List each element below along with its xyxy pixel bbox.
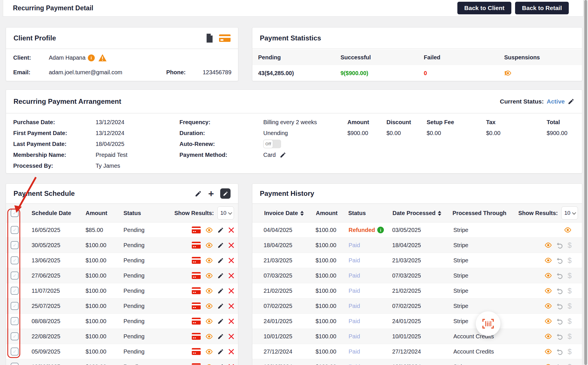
eye-icon[interactable] xyxy=(205,333,213,339)
row-checkbox[interactable] xyxy=(11,332,19,340)
document-icon[interactable] xyxy=(206,34,213,43)
delete-x-icon[interactable] xyxy=(228,364,234,365)
row-checkbox[interactable] xyxy=(11,348,19,356)
sort-icon[interactable] xyxy=(438,211,441,216)
edit-square-icon[interactable] xyxy=(220,188,231,199)
pencil-icon[interactable] xyxy=(217,288,224,294)
charge-card-icon[interactable] xyxy=(192,317,201,325)
charge-card-icon[interactable] xyxy=(192,348,201,355)
pencil-icon[interactable] xyxy=(217,348,224,355)
row-checkbox[interactable] xyxy=(11,256,19,264)
pencil-icon[interactable] xyxy=(217,333,224,340)
barcode-scan-button[interactable] xyxy=(476,311,500,336)
edit-payment-method-pencil-icon[interactable] xyxy=(280,152,286,158)
select-all-checkbox[interactable] xyxy=(11,209,19,217)
dollar-icon[interactable]: $ xyxy=(568,317,572,325)
pencil-icon[interactable] xyxy=(195,190,202,197)
charge-card-icon[interactable] xyxy=(192,241,201,249)
dollar-icon[interactable]: $ xyxy=(568,363,572,365)
edit-status-pencil-icon[interactable] xyxy=(568,98,575,105)
row-checkbox[interactable] xyxy=(11,287,19,295)
eye-icon[interactable] xyxy=(544,288,552,294)
dollar-icon[interactable]: $ xyxy=(568,256,572,265)
plus-icon[interactable]: + xyxy=(208,189,214,198)
eye-icon[interactable] xyxy=(544,349,552,355)
dollar-icon[interactable]: $ xyxy=(568,287,572,295)
refund-undo-icon[interactable] xyxy=(556,363,563,365)
eye-icon[interactable] xyxy=(504,70,512,76)
refund-undo-icon[interactable] xyxy=(556,318,563,325)
credit-card-icon[interactable] xyxy=(219,34,231,42)
pencil-icon[interactable] xyxy=(217,242,224,249)
eye-icon[interactable] xyxy=(205,227,213,233)
row-checkbox[interactable] xyxy=(11,363,19,365)
row-checkbox[interactable] xyxy=(11,241,19,249)
refund-undo-icon[interactable] xyxy=(556,348,563,355)
eye-icon[interactable] xyxy=(544,364,552,365)
eye-icon[interactable] xyxy=(205,257,213,263)
delete-x-icon[interactable] xyxy=(228,273,234,279)
row-checkbox[interactable] xyxy=(11,302,19,310)
delete-x-icon[interactable] xyxy=(228,242,234,248)
refund-undo-icon[interactable] xyxy=(556,257,563,264)
refund-undo-icon[interactable] xyxy=(556,287,563,294)
dollar-icon[interactable]: $ xyxy=(568,241,572,249)
eye-icon[interactable] xyxy=(205,349,213,355)
charge-card-icon[interactable] xyxy=(192,363,201,365)
dollar-icon[interactable]: $ xyxy=(568,272,572,280)
scrollbar-thumb[interactable] xyxy=(584,0,587,365)
delete-x-icon[interactable] xyxy=(228,333,234,339)
eye-icon[interactable] xyxy=(544,303,552,309)
info-icon[interactable]: i xyxy=(88,54,95,61)
refund-undo-icon[interactable] xyxy=(556,333,563,340)
refund-info-icon[interactable]: i xyxy=(377,227,384,233)
delete-x-icon[interactable] xyxy=(228,288,234,294)
refund-undo-icon[interactable] xyxy=(556,272,563,279)
charge-card-icon[interactable] xyxy=(192,287,201,294)
eye-icon[interactable] xyxy=(205,318,213,324)
charge-card-icon[interactable] xyxy=(192,257,201,264)
charge-card-icon[interactable] xyxy=(192,333,201,340)
pencil-icon[interactable] xyxy=(217,303,224,309)
charge-card-icon[interactable] xyxy=(192,302,201,310)
date-processed-column-header[interactable]: Date Processed xyxy=(392,210,441,216)
delete-x-icon[interactable] xyxy=(228,318,234,324)
delete-x-icon[interactable] xyxy=(228,227,234,233)
eye-icon[interactable] xyxy=(205,364,213,365)
dollar-icon[interactable]: $ xyxy=(568,302,572,310)
eye-icon[interactable] xyxy=(544,318,552,324)
pencil-icon[interactable] xyxy=(217,364,224,365)
eye-icon[interactable] xyxy=(544,333,552,339)
eye-icon[interactable] xyxy=(205,242,213,248)
delete-x-icon[interactable] xyxy=(228,349,234,355)
vertical-scrollbar[interactable] xyxy=(583,0,588,365)
back-to-retail-button[interactable]: Back to Retail xyxy=(515,2,569,14)
eye-icon[interactable] xyxy=(544,242,552,248)
pencil-icon[interactable] xyxy=(217,272,224,279)
invoice-date-column-header[interactable]: Invoice Date xyxy=(264,210,304,216)
eye-icon[interactable] xyxy=(205,288,213,294)
sort-icon[interactable] xyxy=(300,211,304,216)
eye-icon[interactable] xyxy=(205,303,213,309)
warning-icon[interactable] xyxy=(98,54,107,62)
refund-undo-icon[interactable] xyxy=(556,302,563,309)
dollar-icon[interactable]: $ xyxy=(568,348,572,356)
row-checkbox[interactable] xyxy=(11,272,19,280)
back-to-client-button[interactable]: Back to Client xyxy=(457,2,511,14)
pencil-icon[interactable] xyxy=(217,227,224,233)
eye-icon[interactable] xyxy=(544,257,552,263)
row-checkbox[interactable] xyxy=(11,226,19,234)
dollar-icon[interactable]: $ xyxy=(568,332,572,341)
pencil-icon[interactable] xyxy=(217,257,224,264)
show-results-select[interactable]: 10 xyxy=(561,206,578,220)
eye-icon[interactable] xyxy=(564,227,572,233)
show-results-select[interactable]: 10 xyxy=(217,206,234,220)
delete-x-icon[interactable] xyxy=(228,257,234,263)
auto-renew-toggle[interactable]: Off xyxy=(263,140,281,148)
eye-icon[interactable] xyxy=(205,273,213,279)
eye-icon[interactable] xyxy=(544,273,552,279)
row-checkbox[interactable] xyxy=(11,317,19,325)
pencil-icon[interactable] xyxy=(217,318,224,325)
charge-card-icon[interactable] xyxy=(192,226,201,234)
charge-card-icon[interactable] xyxy=(192,272,201,279)
